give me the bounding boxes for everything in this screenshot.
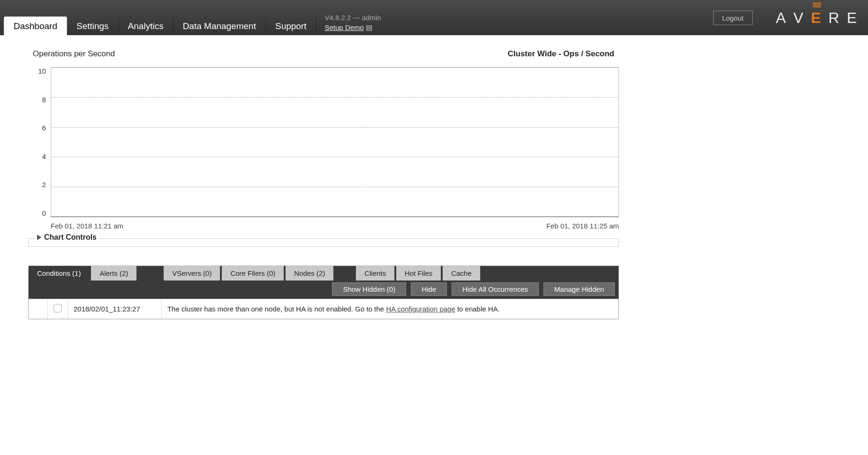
avere-logo: A V E R E	[776, 9, 859, 26]
nav-tab-support[interactable]: Support	[266, 17, 317, 35]
tab-nodes[interactable]: Nodes (2)	[286, 266, 333, 281]
row-message: The cluster has more than one node, but …	[162, 299, 619, 319]
y-tick: 8	[42, 96, 46, 104]
y-tick: 4	[42, 152, 46, 160]
main-nav: Dashboard Settings Analytics Data Manage…	[0, 0, 381, 35]
chart-controls-toggle[interactable]: Chart Controls	[34, 233, 99, 242]
tab-vservers[interactable]: VServers (0)	[164, 266, 220, 281]
y-tick: 6	[42, 124, 46, 132]
panel-tabs: Conditions (1) Alerts (2) VServers (0) C…	[29, 266, 619, 281]
show-hidden-button[interactable]: Show Hidden (0)	[332, 282, 406, 296]
chart-controls-panel: Chart Controls	[28, 238, 619, 247]
row-timestamp: 2018/02/01_11:23:27	[68, 299, 162, 319]
dashboard-content: Operations per Second Cluster Wide - Ops…	[0, 35, 647, 329]
header-right: Logout A V E R E	[713, 9, 859, 26]
x-end: Feb 01, 2018 11:25 am	[546, 222, 619, 230]
chart-controls-label: Chart Controls	[44, 233, 97, 242]
chart-plot[interactable]	[51, 67, 619, 217]
x-start: Feb 01, 2018 11:21 am	[51, 222, 123, 230]
tab-core-filers[interactable]: Core Filers (0)	[222, 266, 284, 281]
logo-e-bars-icon	[811, 2, 823, 7]
hide-button[interactable]: Hide	[411, 282, 447, 296]
row-expand-cell[interactable]	[29, 299, 48, 319]
tab-clients[interactable]: Clients	[356, 266, 394, 281]
logo-letter-r: R	[829, 9, 841, 26]
tab-hot-files[interactable]: Hot Files	[396, 266, 441, 281]
chart-header: Operations per Second Cluster Wide - Ops…	[28, 49, 619, 59]
chart-y-axis: 10 8 6 4 2 0	[28, 67, 51, 217]
chevron-right-icon	[37, 235, 41, 240]
header-meta: V4.8.2.2 --- admin Setup Demo ▤	[317, 11, 381, 35]
row-checkbox[interactable]	[53, 304, 62, 312]
conditions-table: 2018/02/01_11:23:27 The cluster has more…	[29, 299, 619, 319]
y-tick: 0	[42, 209, 46, 217]
manage-hidden-button[interactable]: Manage Hidden	[543, 282, 615, 296]
chart-x-axis: Feb 01, 2018 11:21 am Feb 01, 2018 11:25…	[28, 219, 619, 230]
table-row: 2018/02/01_11:23:27 The cluster has more…	[29, 299, 619, 319]
row-checkbox-cell	[48, 299, 68, 319]
chart-title-left: Operations per Second	[33, 49, 115, 59]
panel-actions: Show Hidden (0) Hide Hide All Occurrence…	[29, 281, 619, 299]
logout-button[interactable]: Logout	[713, 10, 753, 25]
setup-demo-link[interactable]: Setup Demo	[325, 23, 364, 31]
tab-alerts[interactable]: Alerts (2)	[91, 266, 136, 281]
app-header: Dashboard Settings Analytics Data Manage…	[0, 0, 868, 35]
status-panel: Conditions (1) Alerts (2) VServers (0) C…	[28, 265, 619, 319]
logo-letter-e2: E	[847, 9, 859, 26]
ha-config-link[interactable]: HA configuration page	[386, 305, 455, 313]
document-icon: ▤	[366, 23, 372, 31]
nav-tab-dashboard[interactable]: Dashboard	[4, 16, 67, 35]
chart-title-right: Cluster Wide - Ops / Second	[508, 49, 615, 59]
nav-tab-data-management[interactable]: Data Management	[174, 17, 266, 35]
tab-cache[interactable]: Cache	[443, 266, 480, 281]
nav-tab-settings[interactable]: Settings	[67, 17, 119, 35]
logo-letter-a: A	[776, 9, 788, 26]
nav-tab-analytics[interactable]: Analytics	[119, 17, 174, 35]
logo-letter-e: E	[811, 9, 823, 26]
hide-all-occurrences-button[interactable]: Hide All Occurrences	[452, 282, 539, 296]
row-msg-post: to enable HA.	[455, 305, 500, 313]
logo-letter-v: V	[793, 9, 805, 26]
y-tick: 2	[42, 181, 46, 189]
chart-area: 10 8 6 4 2 0	[28, 67, 619, 217]
version-text: V4.8.2.2 --- admin	[325, 13, 381, 23]
y-tick: 10	[38, 67, 46, 75]
row-msg-pre: The cluster has more than one node, but …	[167, 305, 386, 313]
tab-conditions[interactable]: Conditions (1)	[29, 266, 89, 281]
